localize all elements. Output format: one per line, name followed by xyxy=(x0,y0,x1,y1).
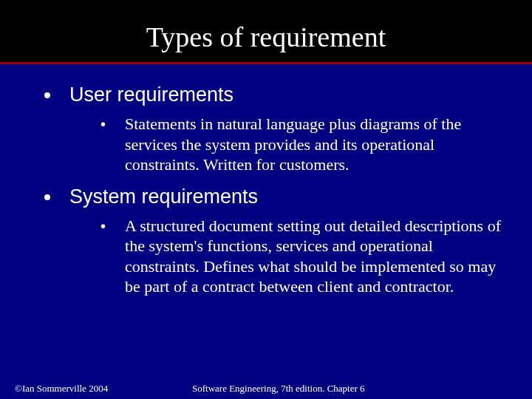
footer-book-ref: Software Engineering, 7th edition. Chapt… xyxy=(185,383,517,395)
list-subitem: • A structured document setting out deta… xyxy=(100,216,502,297)
slide-content: User requirements • Statements in natura… xyxy=(0,64,532,297)
bullet-dash-icon: • xyxy=(100,114,106,134)
level2-text: Statements in natural language plus diag… xyxy=(125,114,502,175)
level1-label: User requirements xyxy=(69,83,233,106)
footer: ©Ian Sommerville 2004 Software Engineeri… xyxy=(0,383,532,395)
bullet-dash-icon: • xyxy=(100,216,106,236)
list-item: User requirements xyxy=(44,83,502,106)
bullet-dot-icon xyxy=(44,194,50,200)
list-item: System requirements xyxy=(44,185,502,208)
title-area: Types of requirement xyxy=(0,0,532,64)
footer-copyright: ©Ian Sommerville 2004 xyxy=(15,383,185,395)
level2-text: A structured document setting out detail… xyxy=(125,216,502,297)
list-subitem: • Statements in natural language plus di… xyxy=(100,114,502,175)
slide-title: Types of requirement xyxy=(15,21,517,53)
level1-label: System requirements xyxy=(69,185,258,208)
bullet-dot-icon xyxy=(44,92,50,98)
